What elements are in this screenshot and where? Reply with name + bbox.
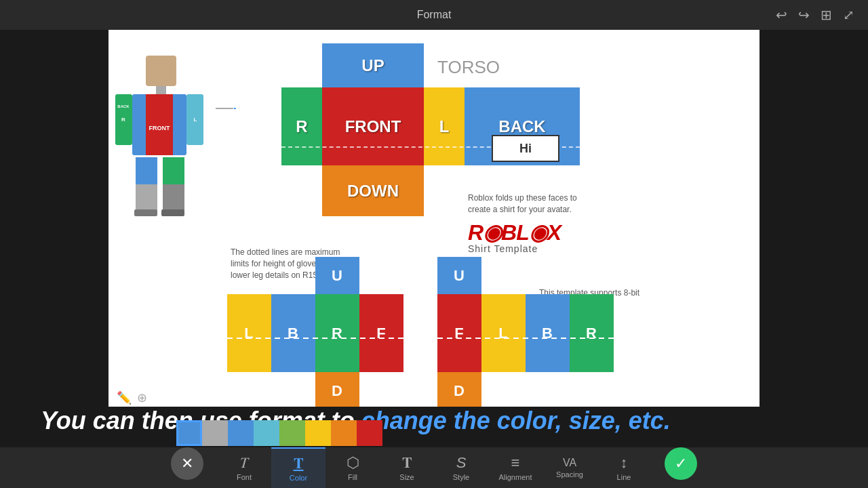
confirm-button[interactable]: ✓ — [665, 447, 697, 480]
redo-icon[interactable]: ↪ — [798, 7, 810, 23]
swatch-yellow[interactable] — [305, 420, 331, 446]
toolbar-item-size[interactable]: 𝐓 Size — [380, 447, 434, 488]
cell-r: R — [281, 87, 322, 165]
svg-rect-10 — [136, 157, 157, 184]
right-arm-grid: U L B R F D RIGHT ARM — [227, 257, 434, 407]
swatch-red[interactable] — [357, 420, 382, 446]
toolbar-item-font[interactable]: 𝑇 Font — [217, 447, 271, 488]
left-arm-grid: U F L B R D LEFT ARM — [437, 257, 644, 407]
swatches-row: ✏️ ⊕ — [0, 435, 868, 447]
pencil-icon[interactable]: ✏️ — [117, 390, 132, 405]
subtitle-area: You can then use format to change the co… — [0, 407, 868, 435]
toolbar-item-line[interactable]: ↕ Line — [597, 447, 651, 488]
svg-text:R: R — [332, 325, 342, 342]
main-canvas: FRONT R L BACK Hi — [108, 30, 760, 407]
swatch-teal[interactable] — [254, 420, 279, 446]
svg-text:R: R — [121, 117, 125, 123]
size-icon: 𝐓 — [402, 454, 412, 472]
tool-icons: ✏️ ⊕ — [117, 390, 147, 405]
svg-text:L: L — [498, 325, 507, 342]
svg-rect-14 — [161, 209, 184, 216]
svg-text:FRONT: FRONT — [149, 125, 170, 131]
fill-icon: ⬡ — [347, 454, 359, 472]
cell-front: FRONT — [322, 87, 424, 165]
toolbar-items-row: ✕ 𝑇 Font 𝐓 Color ⬡ Fill 𝐓 Size S Style ≡… — [0, 447, 868, 488]
avatar-preview: FRONT R L BACK — [108, 50, 217, 253]
svg-text:R: R — [586, 325, 597, 342]
toolbar-item-fill[interactable]: ⬡ Fill — [326, 447, 380, 488]
active-color-swatch[interactable] — [176, 420, 202, 446]
shirt-template-grid: TORSO UP R FRONT L BACK DOWN Roblox fold — [227, 37, 760, 407]
roblox-logo: R◉BL◉X — [468, 220, 561, 245]
line-icon: ↕ — [620, 454, 628, 472]
cell-up: UP — [322, 43, 424, 87]
svg-text:D: D — [332, 382, 342, 399]
fullscreen-icon[interactable]: ⤢ — [843, 7, 854, 23]
toolbar-item-alignment[interactable]: ≡ Alignment — [488, 447, 542, 488]
swatch-green[interactable] — [279, 420, 305, 446]
swatch-blue[interactable] — [228, 420, 254, 446]
cursor-icon[interactable]: ⊕ — [137, 390, 147, 405]
svg-text:L: L — [194, 117, 197, 123]
font-icon: 𝑇 — [240, 454, 248, 472]
svg-text:B: B — [288, 325, 298, 342]
svg-text:L: L — [244, 325, 253, 342]
svg-rect-1 — [156, 86, 166, 94]
spacing-icon: VA — [563, 457, 576, 469]
cell-l: L — [424, 87, 465, 165]
toolbar-item-spacing[interactable]: VA Spacing — [542, 447, 597, 488]
undo-icon[interactable]: ↩ — [776, 7, 787, 23]
style-icon: S — [456, 454, 467, 472]
shirt-template-label: Shirt Template — [468, 243, 538, 254]
text-input-element[interactable]: Hi — [492, 135, 559, 162]
torso-label: TORSO — [437, 57, 500, 78]
cell-down: DOWN — [322, 165, 424, 216]
top-bar: Format ↩ ↪ ⊞ ⤢ — [0, 0, 868, 30]
color-icon: 𝐓 — [294, 455, 304, 472]
subtitle-text-blue: change the color, size, etc. — [361, 407, 671, 434]
layers-icon[interactable]: ⊞ — [821, 7, 832, 23]
bottom-toolbar: You can then use format to change the co… — [0, 407, 868, 488]
top-bar-actions: ↩ ↪ ⊞ ⤢ — [776, 7, 854, 23]
svg-text:U: U — [332, 267, 342, 284]
info-text-1: Roblox folds up these faces tocreate a s… — [468, 192, 604, 216]
svg-text:U: U — [454, 267, 465, 284]
alignment-icon: ≡ — [511, 454, 520, 472]
svg-text:F: F — [454, 325, 463, 342]
svg-text:B: B — [542, 325, 553, 342]
svg-text:D: D — [454, 382, 465, 399]
toolbar-item-color[interactable]: 𝐓 Color — [271, 447, 326, 488]
svg-rect-13 — [134, 209, 157, 216]
swatch-orange[interactable] — [331, 420, 357, 446]
toolbar-item-style[interactable]: S Style — [434, 447, 488, 488]
swatch-gray[interactable] — [202, 420, 228, 446]
svg-rect-0 — [146, 56, 176, 86]
svg-text:BACK: BACK — [117, 104, 130, 108]
svg-rect-12 — [163, 157, 184, 184]
window-title: Format — [417, 9, 452, 21]
cancel-button[interactable]: ✕ — [171, 447, 203, 480]
svg-text:F: F — [376, 325, 385, 342]
